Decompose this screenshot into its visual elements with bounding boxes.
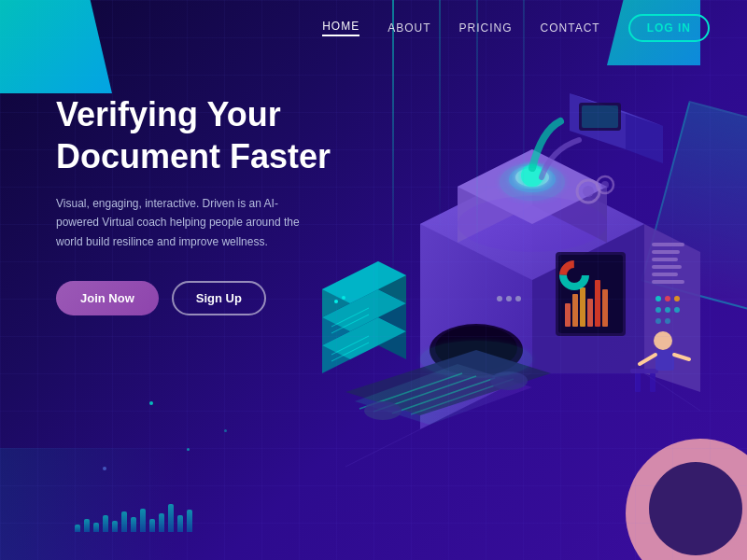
chart-bar [112,521,118,532]
chart-bar [140,509,146,532]
signup-button[interactable]: Sign Up [172,281,266,315]
nav-links: HOME ABOUT PRICING CONTACT LOG IN [322,14,710,42]
chart-bar [93,523,99,532]
hero-buttons: Join Now Sign Up [56,281,355,315]
nav-pricing[interactable]: PRICING [459,21,513,35]
page-wrapper: HOME ABOUT PRICING CONTACT LOG IN Verify… [0,0,747,560]
chart-bar [149,519,155,532]
particle-4 [224,429,227,432]
chart-bar [168,504,174,532]
particle-2 [187,448,190,451]
chart-bar [103,515,108,532]
nav-home[interactable]: HOME [322,20,359,36]
chart-bar [84,519,90,532]
chart-bar [121,511,127,532]
hero-title: Verifying Your Document Faster [56,93,355,177]
nav-about[interactable]: ABOUT [388,21,430,35]
nav-contact[interactable]: CONTACT [541,21,600,35]
deco-circle-inner [649,462,742,555]
chart-bar [177,515,183,532]
chart-bar [75,525,80,532]
particle-1 [149,401,153,405]
hero-subtitle: Visual, engaging, interactive. Driven is… [56,194,308,251]
join-button[interactable]: Join Now [56,281,159,315]
hero-content: Verifying Your Document Faster Visual, e… [56,93,355,315]
chart-bar [187,510,192,532]
chart-bar [159,513,164,532]
navbar: HOME ABOUT PRICING CONTACT LOG IN [0,0,747,56]
particle-3 [103,467,106,470]
bottom-chart [75,504,192,532]
chart-bar [131,517,136,532]
login-button[interactable]: LOG IN [628,14,710,42]
